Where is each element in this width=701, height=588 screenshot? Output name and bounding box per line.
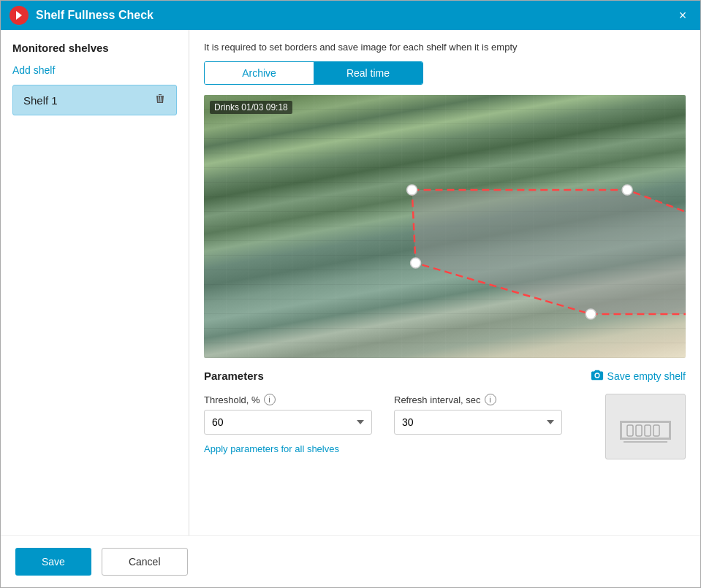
camera-view: Drinks 01/03 09:18 <box>204 95 686 358</box>
shelf-item-label: Shelf 1 <box>23 94 58 107</box>
threshold-group: Threshold, % i 6050708090 <box>204 394 372 435</box>
bottom-buttons: Save Cancel <box>1 535 700 587</box>
svg-rect-16 <box>624 441 667 443</box>
shelf-empty-icon <box>616 405 675 448</box>
svg-marker-0 <box>16 11 22 20</box>
svg-rect-9 <box>620 421 671 423</box>
close-button[interactable]: × <box>674 7 691 24</box>
main-window: Shelf Fullness Check × Monitored shelves… <box>0 0 701 588</box>
threshold-info-icon[interactable]: i <box>264 394 276 405</box>
camera-icon <box>591 368 604 383</box>
instruction-text: It is required to set borders and save i… <box>204 42 686 53</box>
svg-rect-12 <box>627 425 633 436</box>
save-empty-shelf-button[interactable]: Save empty shelf <box>591 368 686 383</box>
svg-rect-15 <box>653 425 659 436</box>
camera-label: Drinks 01/03 09:18 <box>210 101 292 114</box>
store-background <box>204 95 686 358</box>
parameters-section: Parameters Save empty shelf <box>204 368 686 459</box>
main-content: Monitored shelves Add shelf Shelf 1 It i… <box>1 30 700 535</box>
params-row: Threshold, % i 6050708090 Refresh interv… <box>204 394 591 435</box>
app-icon <box>10 6 29 25</box>
svg-rect-14 <box>645 425 651 436</box>
refresh-label: Refresh interval, sec i <box>394 394 562 405</box>
sidebar: Monitored shelves Add shelf Shelf 1 <box>1 30 189 535</box>
svg-rect-8 <box>620 438 671 440</box>
save-button[interactable]: Save <box>15 548 91 576</box>
svg-rect-10 <box>620 421 622 440</box>
svg-rect-13 <box>636 425 642 436</box>
threshold-select[interactable]: 6050708090 <box>204 410 372 435</box>
svg-rect-11 <box>669 421 671 440</box>
tab-archive[interactable]: Archive <box>205 62 314 84</box>
tabs: Archive Real time <box>204 61 423 85</box>
titlebar: Shelf Fullness Check × <box>1 1 700 30</box>
shelf-delete-icon[interactable] <box>154 93 166 107</box>
empty-shelf-preview <box>605 394 686 459</box>
parameters-title: Parameters <box>204 370 264 382</box>
refresh-info-icon[interactable]: i <box>485 394 496 405</box>
apply-parameters-link[interactable]: Apply parameters for all shelves <box>204 443 339 454</box>
threshold-label: Threshold, % i <box>204 394 372 405</box>
save-empty-shelf-label: Save empty shelf <box>607 370 686 382</box>
add-shelf-link[interactable]: Add shelf <box>12 64 177 76</box>
tab-realtime[interactable]: Real time <box>314 62 423 84</box>
sidebar-title: Monitored shelves <box>12 42 177 54</box>
cancel-button[interactable]: Cancel <box>102 548 188 576</box>
parameters-header: Parameters Save empty shelf <box>204 368 686 383</box>
refresh-select[interactable]: 30101560120 <box>394 410 562 435</box>
right-panel: It is required to set borders and save i… <box>189 30 700 535</box>
shelf-item[interactable]: Shelf 1 <box>12 85 177 115</box>
window-title: Shelf Fullness Check <box>36 9 674 22</box>
refresh-group: Refresh interval, sec i 30101560120 <box>394 394 562 435</box>
